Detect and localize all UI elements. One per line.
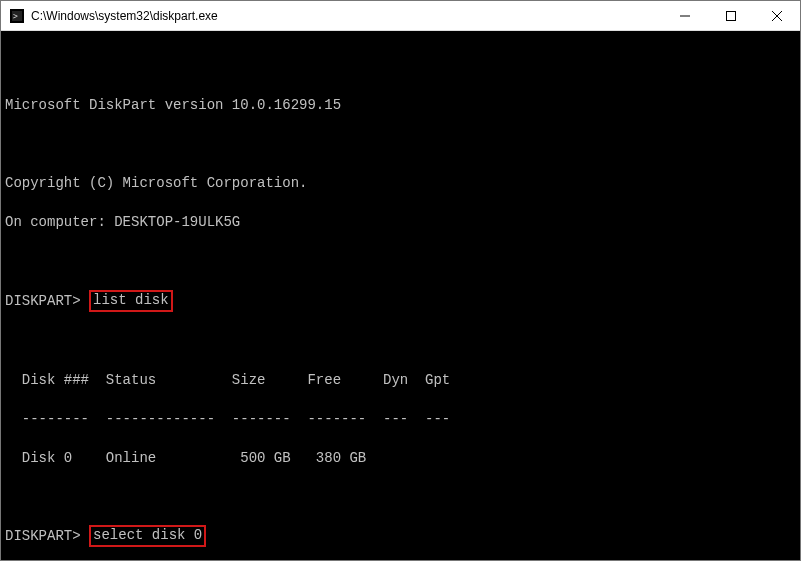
- copyright-line: Copyright (C) Microsoft Corporation.: [5, 174, 796, 194]
- version-line: Microsoft DiskPart version 10.0.16299.15: [5, 96, 796, 116]
- table-header: Disk ### Status Size Free Dyn Gpt: [5, 371, 796, 391]
- computer-line: On computer: DESKTOP-19ULK5G: [5, 213, 796, 233]
- window-title: C:\Windows\system32\diskpart.exe: [31, 9, 662, 23]
- minimize-button[interactable]: [662, 1, 708, 30]
- terminal-output[interactable]: Microsoft DiskPart version 10.0.16299.15…: [1, 31, 800, 560]
- app-window: > C:\Windows\system32\diskpart.exe Micro…: [0, 0, 801, 561]
- prompt-line: DISKPART> list disk: [5, 292, 796, 312]
- table-row: Disk 0 Online 500 GB 380 GB: [5, 449, 796, 469]
- maximize-button[interactable]: [708, 1, 754, 30]
- cmd-highlight: list disk: [89, 290, 173, 312]
- svg-rect-4: [727, 11, 736, 20]
- app-icon: >: [9, 8, 25, 24]
- window-controls: [662, 1, 800, 30]
- cmd-highlight: select disk 0: [89, 525, 206, 547]
- close-button[interactable]: [754, 1, 800, 30]
- svg-text:>: >: [13, 12, 18, 21]
- titlebar[interactable]: > C:\Windows\system32\diskpart.exe: [1, 1, 800, 31]
- prompt-line: DISKPART> select disk 0: [5, 527, 796, 547]
- table-divider: -------- ------------- ------- ------- -…: [5, 410, 796, 430]
